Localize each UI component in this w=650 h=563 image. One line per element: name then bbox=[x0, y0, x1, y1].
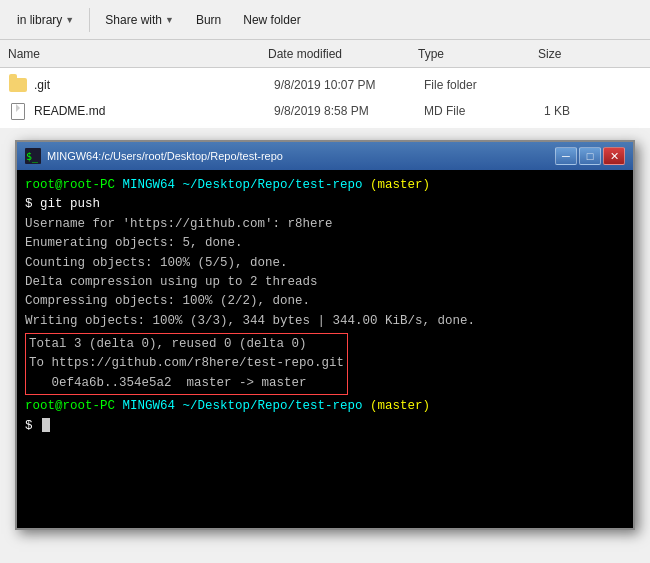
file-modified-git: 9/8/2019 10:07 PM bbox=[274, 78, 424, 92]
share-button[interactable]: Share with ▼ bbox=[96, 9, 183, 31]
file-name-readme: README.md bbox=[34, 104, 274, 118]
col-header-type[interactable]: Type bbox=[418, 47, 538, 61]
username-line: Username for 'https://github.com': r8her… bbox=[25, 217, 333, 231]
prompt-2: root@root-PC bbox=[25, 399, 115, 413]
share-arrow-icon: ▼ bbox=[165, 15, 174, 25]
terminal-body[interactable]: root@root-PC MINGW64 ~/Desktop/Repo/test… bbox=[17, 170, 633, 528]
prompt-1: root@root-PC bbox=[25, 178, 115, 192]
terminal-line-write: Writing objects: 100% (3/3), 344 bytes |… bbox=[25, 312, 625, 331]
path-2: MINGW64 ~/Desktop/Repo/test-repo bbox=[115, 399, 363, 413]
terminal-line-enum: Enumerating objects: 5, done. bbox=[25, 234, 625, 253]
burn-button[interactable]: Burn bbox=[187, 9, 230, 31]
count-line: Counting objects: 100% (5/5), done. bbox=[25, 256, 288, 270]
file-type-git: File folder bbox=[424, 78, 544, 92]
terminal-line-username: Username for 'https://github.com': r8her… bbox=[25, 215, 625, 234]
library-button[interactable]: in library ▼ bbox=[8, 9, 83, 31]
col-header-size[interactable]: Size bbox=[538, 47, 618, 61]
delta-line: Delta compression using up to 2 threads bbox=[25, 275, 318, 289]
minimize-button[interactable]: ─ bbox=[555, 147, 577, 165]
write-line: Writing objects: 100% (3/3), 344 bytes |… bbox=[25, 314, 475, 328]
compress-line: Compressing objects: 100% (2/2), done. bbox=[25, 294, 310, 308]
file-icon bbox=[8, 102, 28, 120]
toolbar-separator-1 bbox=[89, 8, 90, 32]
highlight-container: Total 3 (delta 0), reused 0 (delta 0) To… bbox=[25, 333, 348, 395]
terminal-line-delta: Delta compression using up to 2 threads bbox=[25, 273, 625, 292]
path-1: MINGW64 ~/Desktop/Repo/test-repo bbox=[115, 178, 363, 192]
file-modified-readme: 9/8/2019 8:58 PM bbox=[274, 104, 424, 118]
table-row[interactable]: .git 9/8/2019 10:07 PM File folder bbox=[0, 72, 650, 98]
cursor-prompt: $ bbox=[25, 419, 33, 433]
table-row[interactable]: README.md 9/8/2019 8:58 PM MD File 1 KB bbox=[0, 98, 650, 124]
share-label: Share with bbox=[105, 13, 162, 27]
terminal-cursor-line: $ bbox=[25, 417, 625, 436]
enum-line: Enumerating objects: 5, done. bbox=[25, 236, 243, 250]
burn-label: Burn bbox=[196, 13, 221, 27]
new-folder-button[interactable]: New folder bbox=[234, 9, 309, 31]
terminal-highlighted-block: Total 3 (delta 0), reused 0 (delta 0) To… bbox=[25, 333, 625, 395]
branch-1: (master) bbox=[363, 178, 431, 192]
highlight-line-3: 0ef4a6b..354e5a2 master -> master bbox=[29, 376, 307, 390]
file-list: .git 9/8/2019 10:07 PM File folder READM… bbox=[0, 68, 650, 128]
terminal-line-count: Counting objects: 100% (5/5), done. bbox=[25, 254, 625, 273]
col-header-modified[interactable]: Date modified bbox=[268, 47, 418, 61]
branch-2: (master) bbox=[363, 399, 431, 413]
file-type-readme: MD File bbox=[424, 104, 544, 118]
terminal-line-cmd: $ git push bbox=[25, 195, 625, 214]
terminal-window: $_ MINGW64:/c/Users/root/Desktop/Repo/te… bbox=[15, 140, 635, 530]
folder-icon bbox=[8, 76, 28, 94]
terminal-icon: $_ bbox=[25, 148, 41, 164]
toolbar: in library ▼ Share with ▼ Burn New folde… bbox=[0, 0, 650, 40]
col-header-name[interactable]: Name bbox=[8, 47, 268, 61]
library-arrow-icon: ▼ bbox=[65, 15, 74, 25]
terminal-line-compress: Compressing objects: 100% (2/2), done. bbox=[25, 292, 625, 311]
new-folder-label: New folder bbox=[243, 13, 300, 27]
highlight-line-1: Total 3 (delta 0), reused 0 (delta 0) bbox=[29, 337, 307, 351]
terminal-titlebar: $_ MINGW64:/c/Users/root/Desktop/Repo/te… bbox=[17, 142, 633, 170]
terminal-controls: ─ □ ✕ bbox=[555, 147, 625, 165]
terminal-title: MINGW64:/c/Users/root/Desktop/Repo/test-… bbox=[47, 150, 283, 162]
cursor-block bbox=[42, 418, 50, 432]
library-label: in library bbox=[17, 13, 62, 27]
maximize-button[interactable]: □ bbox=[579, 147, 601, 165]
cmd-text: $ git push bbox=[25, 197, 100, 211]
explorer-window: in library ▼ Share with ▼ Burn New folde… bbox=[0, 0, 650, 563]
highlight-line-2: To https://github.com/r8here/test-repo.g… bbox=[29, 356, 344, 370]
column-headers: Name Date modified Type Size bbox=[0, 40, 650, 68]
terminal-line-1: root@root-PC MINGW64 ~/Desktop/Repo/test… bbox=[25, 176, 625, 195]
terminal-line-2: root@root-PC MINGW64 ~/Desktop/Repo/test… bbox=[25, 397, 625, 416]
svg-text:$_: $_ bbox=[26, 151, 39, 163]
close-button[interactable]: ✕ bbox=[603, 147, 625, 165]
file-size-readme: 1 KB bbox=[544, 104, 624, 118]
file-name-git: .git bbox=[34, 78, 274, 92]
